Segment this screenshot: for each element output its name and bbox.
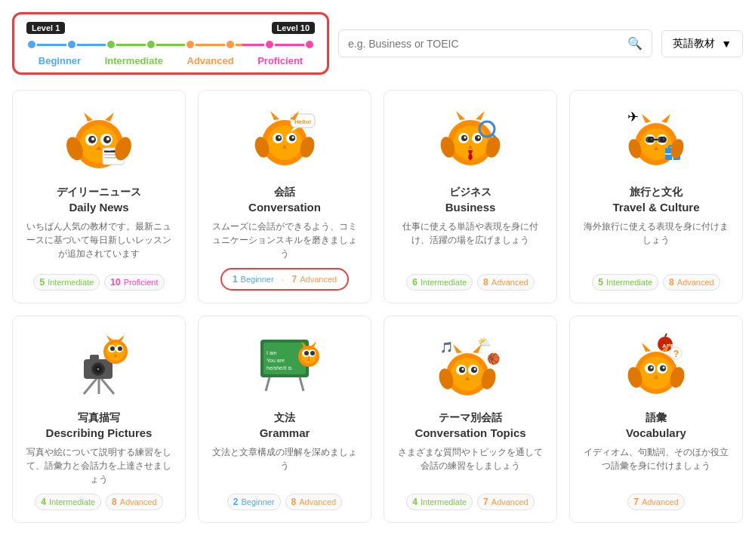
card-desc-describing-pictures: 写真や絵について説明する練習をして、語彙力と会話力を上達させましょう	[25, 445, 173, 486]
dot-advanced[interactable]	[185, 39, 196, 50]
svg-line-95	[266, 377, 270, 391]
card-desc-travel: 海外旅行に使える表現を身に付けましょう	[582, 220, 730, 266]
card-title-ja-daily-news: デイリーニュース	[57, 186, 141, 199]
level-labels-top: Level 1 Level 10	[26, 22, 315, 34]
card-title-ja-describing-pictures: 写真描写	[78, 411, 120, 425]
svg-text:I am: I am	[267, 350, 277, 355]
card-title-en-vocabulary: Vocabulary	[626, 426, 686, 439]
dot-intermediate[interactable]	[106, 39, 116, 50]
card-tags-vocabulary: 7 Advanced	[627, 494, 685, 510]
level-selector[interactable]: Level 1 Level 10 Beginner Interme	[12, 12, 329, 75]
search-input[interactable]	[348, 38, 621, 50]
dot-beginner[interactable]	[26, 39, 37, 50]
svg-point-79	[97, 368, 100, 371]
card-travel[interactable]: ✈ 旅行と文化 Travel & Culture 海外旅行に使える表現を身に付け…	[569, 90, 743, 303]
svg-rect-61	[658, 137, 667, 143]
svg-text:🏀: 🏀	[487, 352, 501, 365]
dot-advanced-2[interactable]	[225, 39, 236, 50]
card-tags-grammar: 2 Beginner 8 Advanced	[227, 494, 342, 510]
card-describing-pictures[interactable]: 写真描写 Describing Pictures 写真や絵について説明する練習を…	[12, 315, 186, 523]
tag-advanced-vocabulary: 7 Advanced	[627, 494, 685, 510]
svg-marker-120	[453, 344, 462, 353]
chevron-down-icon: ▼	[721, 38, 732, 50]
card-tags-daily-news: 5 Intermediate 10 Proficient	[33, 274, 164, 291]
cat-beginner[interactable]: Beginner	[39, 55, 81, 66]
svg-point-131	[651, 367, 653, 369]
svg-point-110	[451, 358, 484, 391]
dropdown-label: 英語教材	[673, 37, 715, 51]
card-title-en-grammar: Grammar	[260, 426, 310, 439]
card-desc-daily-news: いちばん人気の教材です。最新ニュースに基づいて毎日新しいレッスンが追加されていま…	[25, 220, 173, 266]
svg-point-85	[110, 346, 115, 351]
svg-rect-12	[104, 157, 116, 158]
card-vocabulary[interactable]: APPLE ?	[569, 315, 743, 523]
card-title-en-describing-pictures: Describing Pictures	[46, 426, 153, 439]
tag-advanced-topics: 7 Advanced	[477, 494, 535, 510]
level-start-badge: Level 1	[26, 22, 65, 34]
cat-proficient[interactable]: Proficient	[257, 55, 303, 66]
cat-intermediate[interactable]: Intermediate	[105, 55, 163, 66]
card-tags-describing-pictures: 4 Intermediate 8 Advanced	[35, 494, 162, 510]
card-img-conversation: Hello!	[243, 103, 326, 178]
svg-point-24	[279, 137, 281, 139]
card-daily-news[interactable]: DAILY NEWS デイリーニュース Daily News いちばん人気の教材…	[12, 90, 186, 303]
level-dots	[26, 39, 315, 50]
card-title-en-travel: Travel & Culture	[612, 201, 699, 214]
card-img-vocabulary: APPLE ?	[615, 328, 698, 404]
tag-intermediate: 5 Intermediate	[33, 274, 100, 291]
svg-point-126	[639, 356, 673, 389]
tag-beginner: 1 Beginner	[230, 272, 277, 286]
tag-advanced-pictures: 8 Advanced	[106, 494, 163, 510]
dot-intermediate-2[interactable]	[146, 39, 156, 50]
svg-marker-71	[661, 114, 670, 123]
card-title-en-business: Business	[445, 201, 496, 214]
svg-rect-60	[646, 137, 655, 143]
svg-point-7	[106, 137, 109, 140]
tag-intermediate-business: 6 Intermediate	[406, 274, 473, 291]
svg-point-86	[118, 346, 122, 351]
card-conversation-topics[interactable]: 🎵 ⛅ 🏀	[384, 315, 557, 523]
tag-intermediate-travel: 5 Intermediate	[592, 274, 658, 291]
card-title-ja-travel: 旅行と文化	[630, 186, 683, 199]
svg-text:?: ?	[673, 349, 679, 359]
svg-point-40	[464, 137, 467, 139]
svg-text:✈: ✈	[627, 109, 639, 125]
dot-proficient[interactable]	[264, 39, 275, 50]
svg-marker-17	[105, 112, 114, 122]
tag-advanced-travel: 8 Advanced	[663, 274, 720, 291]
card-tags-conversation-topics: 4 Intermediate 7 Advanced	[406, 494, 534, 510]
dot-proficient-2[interactable]	[304, 39, 315, 50]
svg-point-19	[267, 125, 302, 160]
card-title-ja-conversation-topics: テーマ別会話	[439, 411, 502, 425]
svg-marker-50	[476, 111, 485, 120]
svg-point-116	[474, 368, 476, 371]
svg-text:You are: You are	[267, 358, 285, 363]
cat-advanced[interactable]: Advanced	[187, 55, 234, 66]
search-bar[interactable]: 🔍	[338, 29, 652, 57]
tag-advanced: 7 Advanced	[289, 272, 341, 286]
card-img-daily-news: DAILY NEWS	[57, 103, 140, 178]
svg-point-25	[292, 137, 294, 139]
svg-marker-32	[270, 111, 279, 120]
card-title-en-daily-news: Daily News	[69, 201, 128, 214]
svg-point-102	[310, 351, 315, 355]
card-conversation[interactable]: Hello! 会話 Conversation スムーズに会話ができるよう、コミュ…	[198, 90, 371, 303]
card-tags-travel: 5 Intermediate 8 Advanced	[592, 274, 720, 291]
cards-grid: DAILY NEWS デイリーニュース Daily News いちばん人気の教材…	[12, 90, 743, 523]
svg-marker-70	[642, 114, 651, 123]
card-desc-conversation-topics: さまざまな質問やトピックを通して会話の練習をしましょう	[396, 445, 544, 486]
svg-rect-80	[90, 355, 99, 361]
level-bar[interactable]	[26, 38, 315, 51]
card-desc-grammar: 文法と文章構成の理解を深めましょう	[211, 445, 359, 486]
svg-marker-49	[456, 111, 465, 120]
card-desc-business: 仕事に使える単語や表現を身に付け、活躍の場を広げましょう	[396, 220, 544, 266]
card-business[interactable]: ビジネス Business 仕事に使える単語や表現を身に付け、活躍の場を広げまし…	[384, 90, 557, 303]
dot-beginner-2[interactable]	[66, 39, 77, 50]
card-title-ja-vocabulary: 語彙	[646, 411, 667, 425]
card-img-conversation-topics: 🎵 ⛅ 🏀	[429, 328, 512, 404]
category-dropdown[interactable]: 英語教材 ▼	[661, 30, 743, 57]
svg-point-132	[663, 367, 665, 369]
svg-line-96	[300, 377, 304, 391]
card-grammar[interactable]: I am You are he/she/it is	[198, 315, 371, 523]
card-title-ja-grammar: 文法	[274, 411, 295, 425]
